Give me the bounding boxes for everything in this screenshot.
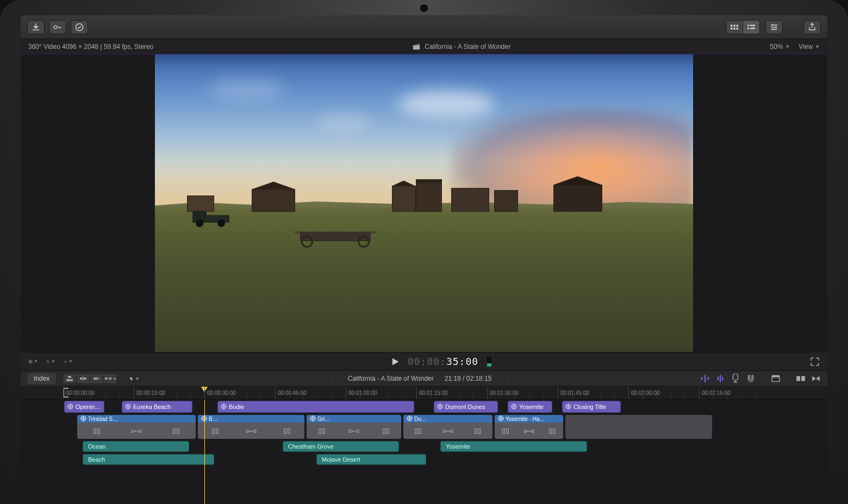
audio-clip[interactable]: Beach	[83, 454, 214, 465]
video-clip[interactable]: Trinidad S…▯▯▻◅▯▯	[77, 415, 196, 439]
timecode-display[interactable]: 00:00:35:00	[408, 356, 478, 367]
through-edit-icon: ▯▯	[414, 427, 422, 434]
fullscreen-button[interactable]	[810, 357, 820, 367]
main-toolbar	[21, 15, 827, 39]
clip-label: Du…	[414, 416, 427, 422]
timeline-history-back[interactable]: 〈	[322, 375, 337, 383]
timeline-position: 21:19 / 02:18:15	[445, 375, 492, 382]
share-icon	[808, 23, 816, 32]
svg-rect-19	[80, 377, 83, 380]
ruler-tick: 00:01:45:00	[558, 387, 589, 399]
video-clip[interactable]: Gri…▯▯▻◅▯▯	[307, 415, 401, 439]
svg-rect-9	[750, 24, 755, 26]
append-clip-button[interactable]	[90, 373, 104, 384]
clip-speed-dropdown[interactable]: ▼	[63, 357, 73, 367]
import-button[interactable]	[27, 20, 45, 34]
title-clip[interactable]: Closing Title	[562, 401, 621, 413]
zoom-dropdown[interactable]: 50% ▼	[770, 43, 790, 51]
audio-clip[interactable]: Ocean	[83, 441, 189, 452]
through-edit-icon: ▯▯	[502, 427, 509, 434]
viewer[interactable]	[21, 54, 827, 352]
clip-label: Yosemite - Ha…	[506, 416, 545, 422]
gap-clip[interactable]	[565, 415, 712, 439]
through-edit-icon: ▯▯	[318, 427, 326, 434]
view-dropdown[interactable]: View ▼	[799, 43, 820, 51]
solo-button[interactable]	[731, 374, 740, 383]
laptop-camera	[420, 4, 428, 12]
chevron-down-icon: ▼	[135, 376, 139, 381]
svg-rect-22	[98, 377, 100, 380]
sliders-icon	[770, 23, 778, 32]
list-view-button[interactable]	[743, 20, 760, 34]
audio-clip[interactable]: Cheatham Grove	[283, 441, 399, 452]
effects-dropdown[interactable]: ▼	[28, 357, 38, 367]
title-clip[interactable]: Yosemite	[508, 401, 552, 413]
ruler-tick: 00:00:30:00	[204, 387, 236, 399]
tool-selector[interactable]: ▼	[129, 374, 139, 383]
background-tasks-button[interactable]	[71, 20, 88, 34]
share-button[interactable]	[803, 20, 821, 34]
clip-label: Closing Title	[573, 404, 606, 410]
svg-point-13	[775, 26, 777, 28]
play-button[interactable]	[390, 357, 400, 367]
retime-dropdown[interactable]: ▼	[46, 357, 55, 367]
ruler-tick: 00:01:00:00	[346, 387, 377, 399]
timeline-layout-buttons: ▼	[63, 373, 117, 384]
audio-track-2: BeachMojave Desert	[21, 454, 827, 465]
clip-label: Mojave Desert	[322, 456, 360, 463]
clip-label: Dumont Dunes	[445, 404, 485, 410]
clip-appearance-button[interactable]	[765, 20, 783, 34]
timeline-ruler[interactable]: 00:00:00:0000:00:15:0000:00:30:0000:00:4…	[21, 387, 827, 400]
clip-label: Openin…	[76, 404, 101, 410]
video-clip[interactable]: B…▯▯▻◅▯▯	[198, 415, 304, 439]
playhead-line[interactable]	[204, 400, 205, 504]
overwrite-clip-button[interactable]: ▼	[103, 373, 117, 384]
filmstrip-view-button[interactable]	[726, 20, 743, 34]
video-clip[interactable]: Yosemite - Ha…▯▯▻◅▯▯	[495, 415, 563, 439]
globe-icon	[565, 404, 571, 411]
skimming-button[interactable]	[700, 374, 710, 383]
timeline-index-button[interactable]: Index	[27, 373, 56, 384]
svg-rect-8	[747, 24, 750, 26]
audio-meter[interactable]	[486, 356, 492, 368]
browser-layout-group	[726, 20, 760, 34]
svg-rect-2	[731, 24, 733, 27]
audio-clip[interactable]: Mojave Desert	[316, 454, 426, 465]
clip-label: Ocean	[88, 443, 105, 450]
effects-browser-button[interactable]	[771, 374, 781, 383]
clip-label: Yosemite	[519, 404, 544, 410]
chevron-down-icon: ▼	[815, 44, 820, 49]
title-clip[interactable]: Bodie	[217, 401, 414, 413]
chevron-down-icon: ▼	[51, 359, 55, 364]
timeline-history-forward[interactable]: 〉	[502, 375, 517, 383]
svg-rect-21	[93, 377, 98, 380]
timeline[interactable]: Openin…Eureka BeachBodieDumont DunesYose…	[21, 400, 827, 504]
checkmark-circle-icon	[75, 23, 84, 32]
globe-icon	[310, 415, 316, 423]
audio-skimming-button[interactable]	[715, 374, 725, 383]
title-clip[interactable]: Dumont Dunes	[434, 401, 498, 413]
svg-rect-7	[737, 27, 739, 29]
titles-track: Openin…Eureka BeachBodieDumont DunesYose…	[21, 401, 827, 413]
connect-clip-button[interactable]	[63, 373, 77, 384]
ruler-tick: 00:00:00:00	[63, 387, 95, 399]
svg-rect-10	[747, 27, 750, 29]
transitions-browser-button[interactable]	[796, 374, 806, 383]
transitions-button[interactable]	[811, 374, 821, 383]
video-clip[interactable]: Du…▯▯▻◅▯▯	[403, 415, 492, 439]
title-clip[interactable]: Openin…	[64, 401, 104, 413]
through-edit-icon: ▯▯	[382, 427, 390, 434]
through-edit-icon: ▯▯	[474, 427, 482, 434]
insert-clip-button[interactable]	[76, 373, 90, 384]
globe-icon	[511, 404, 517, 411]
ruler-tick: 00:01:30:00	[487, 387, 519, 399]
title-clip[interactable]: Eureka Beach	[122, 401, 192, 413]
snapping-button[interactable]	[746, 374, 756, 383]
through-edit-join-icon: ▻◅	[349, 427, 359, 434]
keyword-button[interactable]	[49, 20, 66, 34]
globe-icon	[221, 404, 227, 411]
audio-clip[interactable]: Yosemite	[440, 441, 587, 452]
svg-rect-27	[796, 376, 800, 381]
chevron-down-icon: ▼	[785, 44, 790, 49]
clip-label: Yosemite	[446, 443, 470, 450]
